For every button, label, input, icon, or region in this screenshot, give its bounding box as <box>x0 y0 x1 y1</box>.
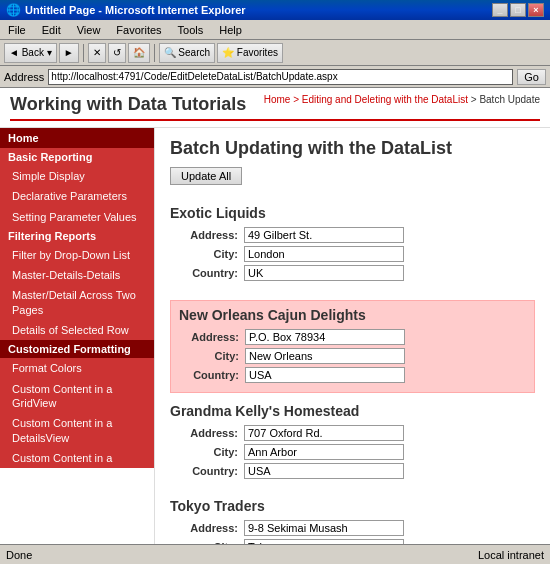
go-button[interactable]: Go <box>517 69 546 85</box>
page-header-top: Working with Data Tutorials Home > Editi… <box>10 94 540 115</box>
site-title: Working with Data Tutorials <box>10 94 246 115</box>
address-input-2[interactable] <box>244 425 404 441</box>
menu-bar: File Edit View Favorites Tools Help <box>0 20 550 40</box>
country-label-0: Country: <box>178 267 238 279</box>
menu-edit[interactable]: Edit <box>38 23 65 37</box>
address-label-1: Address: <box>179 331 239 343</box>
sidebar-item-filter-dropdown[interactable]: Filter by Drop-Down List <box>0 245 154 265</box>
menu-file[interactable]: File <box>4 23 30 37</box>
menu-tools[interactable]: Tools <box>174 23 208 37</box>
stop-button[interactable]: ✕ <box>88 43 106 63</box>
company-name-2: Grandma Kelly's Homestead <box>170 403 535 419</box>
address-row-1: Address: <box>179 329 526 345</box>
company-block-2: Address: City: Country: <box>170 425 535 488</box>
back-button[interactable]: ◄ Back ▾ <box>4 43 57 63</box>
country-label-1: Country: <box>179 369 239 381</box>
city-label-1: City: <box>179 350 239 362</box>
home-button[interactable]: 🏠 <box>128 43 150 63</box>
address-input-1[interactable] <box>245 329 405 345</box>
refresh-button[interactable]: ↺ <box>108 43 126 63</box>
status-zone: Local intranet <box>478 549 544 561</box>
status-text: Done <box>6 549 32 561</box>
address-label: Address <box>4 71 44 83</box>
sidebar-item-declarative-parameters[interactable]: Declarative Parameters <box>0 186 154 206</box>
window-title-bar: 🌐 Untitled Page - Microsoft Internet Exp… <box>0 0 550 20</box>
company-name-3: Tokyo Traders <box>170 498 535 514</box>
company-block-0: Address: City: Country: <box>170 227 535 290</box>
sidebar: Home Basic Reporting Simple Display Decl… <box>0 128 155 544</box>
sidebar-item-master-details[interactable]: Master-Details-Details <box>0 265 154 285</box>
country-input-0[interactable] <box>244 265 404 281</box>
country-row-1: Country: <box>179 367 526 383</box>
sidebar-item-custom-content-detailsview[interactable]: Custom Content in a DetailsView <box>0 413 154 448</box>
city-label-3: City: <box>178 541 238 544</box>
favorites-button[interactable]: ⭐ Favorites <box>217 43 283 63</box>
menu-help[interactable]: Help <box>215 23 246 37</box>
country-input-2[interactable] <box>244 463 404 479</box>
country-row-0: Country: <box>178 265 527 281</box>
address-input-0[interactable] <box>244 227 404 243</box>
sidebar-item-details-selected-row[interactable]: Details of Selected Row <box>0 320 154 340</box>
ie-icon: 🌐 <box>6 3 21 17</box>
sidebar-home[interactable]: Home <box>0 128 154 148</box>
breadcrumb-section[interactable]: Editing and Deleting with the DataList <box>302 94 468 105</box>
sidebar-item-format-colors[interactable]: Format Colors <box>0 358 154 378</box>
sidebar-item-custom-content-gridview[interactable]: Custom Content in a GridView <box>0 379 154 414</box>
minimize-button[interactable]: _ <box>492 3 508 17</box>
sidebar-section-customized-formatting: Customized Formatting <box>0 340 154 358</box>
main-layout: Home Basic Reporting Simple Display Decl… <box>0 128 550 544</box>
city-row-0: City: <box>178 246 527 262</box>
company-name-1: New Orleans Cajun Delights <box>179 307 526 323</box>
country-input-1[interactable] <box>245 367 405 383</box>
company-name-0: Exotic Liquids <box>170 205 535 221</box>
country-label-2: Country: <box>178 465 238 477</box>
address-input-3[interactable] <box>244 520 404 536</box>
window-title: 🌐 Untitled Page - Microsoft Internet Exp… <box>6 3 246 17</box>
content-area: Batch Updating with the DataList Update … <box>155 128 550 544</box>
address-bar: Address Go <box>0 66 550 88</box>
sidebar-item-setting-parameter-values[interactable]: Setting Parameter Values <box>0 207 154 227</box>
address-label-0: Address: <box>178 229 238 241</box>
address-row-2: Address: <box>178 425 527 441</box>
city-input-0[interactable] <box>244 246 404 262</box>
browser-content: Working with Data Tutorials Home > Editi… <box>0 88 550 544</box>
sidebar-section-filtering-reports: Filtering Reports <box>0 227 154 245</box>
sidebar-section-basic-reporting: Basic Reporting <box>0 148 154 166</box>
address-input[interactable] <box>48 69 513 85</box>
page-title: Batch Updating with the DataList <box>170 138 535 159</box>
sidebar-item-simple-display[interactable]: Simple Display <box>0 166 154 186</box>
close-button[interactable]: × <box>528 3 544 17</box>
sidebar-item-master-detail-across[interactable]: Master/Detail Across Two Pages <box>0 285 154 320</box>
address-row-0: Address: <box>178 227 527 243</box>
city-input-1[interactable] <box>245 348 405 364</box>
forward-button[interactable]: ► <box>59 43 79 63</box>
city-input-3[interactable] <box>244 539 404 544</box>
window-controls: _ □ × <box>492 3 544 17</box>
company-block-3: Address: City: <box>170 520 535 544</box>
toolbar-sep-1 <box>83 44 84 62</box>
city-row-1: City: <box>179 348 526 364</box>
address-label-2: Address: <box>178 427 238 439</box>
city-label-0: City: <box>178 248 238 260</box>
breadcrumb-current: Batch Update <box>479 94 540 105</box>
toolbar: ◄ Back ▾ ► ✕ ↺ 🏠 🔍 Search ⭐ Favorites <box>0 40 550 66</box>
maximize-button[interactable]: □ <box>510 3 526 17</box>
city-row-3: City: <box>178 539 527 544</box>
city-row-2: City: <box>178 444 527 460</box>
menu-favorites[interactable]: Favorites <box>112 23 165 37</box>
city-input-2[interactable] <box>244 444 404 460</box>
search-button[interactable]: 🔍 Search <box>159 43 215 63</box>
update-all-button[interactable]: Update All <box>170 167 242 185</box>
sidebar-item-custom-content-3[interactable]: Custom Content in a <box>0 448 154 468</box>
menu-view[interactable]: View <box>73 23 105 37</box>
breadcrumb-sep-1: > <box>293 94 302 105</box>
header-divider <box>10 119 540 121</box>
status-bar: Done Local intranet <box>0 544 550 564</box>
page-header: Working with Data Tutorials Home > Editi… <box>0 88 550 128</box>
address-label-3: Address: <box>178 522 238 534</box>
breadcrumb-home[interactable]: Home <box>264 94 291 105</box>
toolbar-sep-2 <box>154 44 155 62</box>
breadcrumb: Home > Editing and Deleting with the Dat… <box>264 94 540 105</box>
city-label-2: City: <box>178 446 238 458</box>
company-block-1: New Orleans Cajun Delights Address: City… <box>170 300 535 393</box>
